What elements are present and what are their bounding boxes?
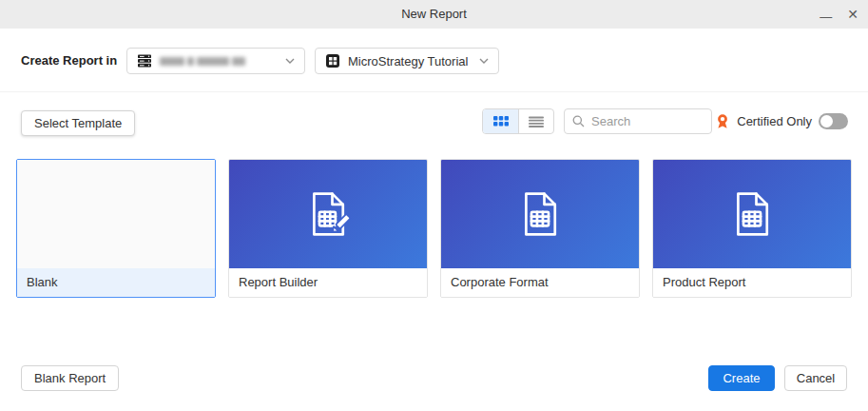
grid-view-button[interactable]	[483, 109, 518, 133]
report-builder-thumbnail	[229, 160, 427, 268]
template-card-label: Blank	[17, 268, 215, 297]
titlebar: New Report — ✕	[0, 0, 868, 29]
server-dropdown[interactable]	[126, 48, 305, 74]
template-card-report-builder[interactable]: Report Builder	[228, 159, 428, 298]
document-table-icon	[726, 188, 778, 240]
corporate-format-thumbnail	[441, 160, 639, 268]
select-template-button[interactable]: Select Template	[21, 110, 135, 136]
document-table-pencil-icon	[302, 188, 354, 240]
template-card-label: Product Report	[653, 268, 851, 297]
certified-only-toggle[interactable]	[819, 113, 848, 129]
blank-thumbnail	[17, 160, 215, 268]
product-report-thumbnail	[653, 160, 851, 268]
view-mode-switch	[482, 108, 554, 134]
template-card-label: Report Builder	[229, 268, 427, 297]
toggle-knob	[820, 115, 833, 127]
grid-view-icon	[493, 116, 509, 127]
project-grid-icon	[325, 53, 340, 68]
section-divider	[0, 91, 868, 92]
chevron-down-icon	[479, 58, 489, 64]
list-view-icon	[529, 116, 544, 127]
close-icon[interactable]: ✕	[847, 8, 858, 21]
project-dropdown[interactable]: MicroStrategy Tutorial	[315, 48, 499, 74]
template-card-corporate-format[interactable]: Corporate Format	[440, 159, 640, 298]
create-button[interactable]: Create	[708, 365, 775, 391]
search-input[interactable]	[591, 114, 704, 128]
certified-only-label: Certified Only	[737, 114, 812, 128]
template-card-blank[interactable]: Blank	[16, 159, 216, 298]
cancel-button[interactable]: Cancel	[784, 365, 847, 391]
project-dropdown-value: MicroStrategy Tutorial	[348, 54, 468, 68]
template-card-label: Corporate Format	[441, 268, 639, 297]
create-report-in-label: Create Report in	[21, 48, 117, 74]
certified-ribbon-icon	[715, 113, 730, 129]
window-controls: — ✕	[820, 0, 858, 29]
chevron-down-icon	[285, 58, 295, 64]
template-card-product-report[interactable]: Product Report	[652, 159, 852, 298]
document-table-icon	[514, 188, 566, 240]
blank-report-button[interactable]: Blank Report	[21, 365, 119, 391]
search-icon	[572, 115, 585, 127]
list-view-button[interactable]	[518, 109, 553, 133]
server-icon	[137, 53, 152, 68]
server-dropdown-redacted-value	[160, 57, 245, 66]
search-box	[564, 108, 712, 134]
certified-only-filter: Certified Only	[715, 108, 848, 134]
minimize-icon[interactable]: —	[820, 10, 832, 23]
new-report-dialog: New Report — ✕ Create Report in	[0, 0, 868, 411]
dialog-title: New Report	[0, 0, 868, 29]
